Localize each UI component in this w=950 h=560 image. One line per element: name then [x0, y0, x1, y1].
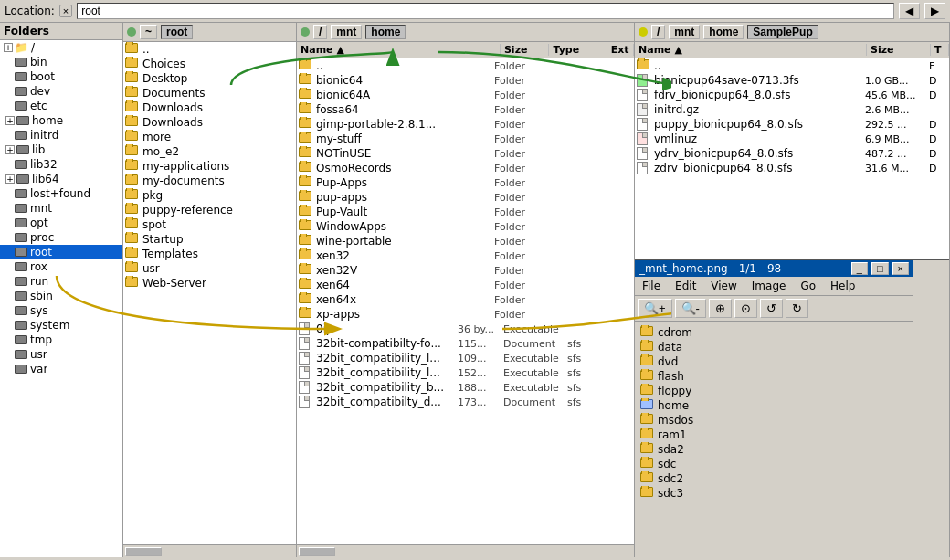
list-item[interactable]: .. F [635, 58, 949, 73]
scroll-thumb[interactable] [299, 547, 335, 556]
breadcrumb-mnt2[interactable]: mnt [669, 25, 700, 39]
tree-item-etc[interactable]: etc [0, 99, 122, 113]
tree-item-bin[interactable]: bin [0, 55, 122, 69]
list-item-xen64x[interactable]: xen64x Folder [297, 292, 634, 307]
breadcrumb-slash2[interactable]: / [651, 25, 665, 39]
rotate-right-btn[interactable]: ↻ [786, 299, 808, 318]
list-item-32bit2[interactable]: 32bit_compatibility_l... 109... Executab… [297, 351, 634, 365]
nav-forward-button[interactable]: ▶ [924, 3, 945, 19]
list-item-xen64[interactable]: xen64 Folder [297, 278, 634, 292]
col-ext[interactable]: Ext [607, 44, 634, 56]
breadcrumb-home2[interactable]: home [703, 25, 744, 39]
list-item-myapps[interactable]: my-applications [123, 159, 296, 174]
list-item-sdc2[interactable]: sdc2 [639, 471, 910, 486]
rotate-left-btn[interactable]: ↺ [760, 299, 783, 318]
tree-item-initrd[interactable]: initrd [0, 128, 122, 143]
expand-icon[interactable]: + [5, 174, 15, 184]
tree-item-proc[interactable]: proc [0, 230, 122, 245]
list-item-usr[interactable]: usr [123, 261, 296, 276]
col-type-r[interactable]: T [931, 44, 949, 56]
menu-view[interactable]: View [703, 279, 744, 293]
list-item-pupapps[interactable]: Pup-Apps Folder [297, 175, 634, 190]
right-file-list[interactable]: .. F bionicpup64save-0713.3fs 1.0 GB... … [635, 58, 949, 259]
zoom-out-btn[interactable]: 🔍- [675, 299, 706, 318]
list-item-xen32[interactable]: xen32 Folder [297, 248, 634, 263]
list-item-wine[interactable]: wine-portable Folder [297, 234, 634, 248]
list-item-cdrom[interactable]: cdrom [639, 325, 910, 340]
list-item-windowapps[interactable]: WindowApps Folder [297, 219, 634, 234]
list-item-ram1[interactable]: ram1 [639, 428, 910, 442]
h-scrollbar-mid[interactable] [123, 544, 296, 557]
list-item-desktop[interactable]: Desktop [123, 71, 296, 86]
tree-item-run[interactable]: run [0, 274, 122, 289]
col-size-r[interactable]: Size [867, 44, 931, 56]
tree-item-home[interactable]: + home [0, 113, 122, 128]
menu-go[interactable]: Go [793, 279, 823, 293]
tree-item-system[interactable]: system [0, 318, 122, 333]
menu-edit[interactable]: Edit [668, 279, 703, 293]
breadcrumb-root[interactable]: root [161, 25, 193, 39]
list-item-32bit3[interactable]: 32bit_compatibility_l... 152... Executab… [297, 365, 634, 380]
list-item-downloads[interactable]: Downloads [123, 100, 296, 115]
tree-item-usr[interactable]: usr [0, 347, 122, 362]
root-file-list[interactable]: .. Choices Desktop Documents Downloads D… [123, 42, 296, 544]
list-item-initrd[interactable]: initrd.gz 2.6 MB... [635, 102, 949, 117]
maximize-btn[interactable]: □ [871, 262, 889, 275]
expand-icon[interactable]: + [4, 43, 13, 52]
h-scrollbar-main[interactable] [297, 544, 634, 557]
list-item-ydrv[interactable]: ydrv_bionicpup64_8.0.sfs 487.2 ... D [635, 146, 949, 161]
list-item-puppy-sfs[interactable]: puppy_bionicpup64_8.0.sfs 292.5 ... D [635, 117, 949, 132]
list-item[interactable]: .. Folder [297, 58, 634, 73]
zoom-fit-btn[interactable]: ⊕ [709, 299, 732, 318]
main-file-list[interactable]: .. Folder bionic64 Folder bionic64A Fold… [297, 58, 634, 544]
list-item-save[interactable]: bionicpup64save-0713.3fs 1.0 GB... D [635, 73, 949, 88]
breadcrumb-tilde[interactable]: ~ [140, 25, 157, 39]
nav-back-button[interactable]: ◀ [899, 3, 920, 19]
col-type[interactable]: Type [549, 44, 607, 56]
list-item-xen32v[interactable]: xen32V Folder [297, 263, 634, 278]
list-item-vmlinuz[interactable]: vmlinuz 6.9 MB... D [635, 132, 949, 146]
list-item-gimp[interactable]: gimp-portable-2.8.1... Folder [297, 117, 634, 132]
tree-item-lib[interactable]: + lib [0, 143, 122, 157]
list-item-moe2[interactable]: mo_e2 [123, 144, 296, 159]
tree-item-root[interactable]: + 📁 / [0, 40, 122, 55]
tree-item-mnt[interactable]: mnt [0, 201, 122, 216]
list-item-32bit4[interactable]: 32bit_compatibility_b... 188... Executab… [297, 380, 634, 395]
list-item-puppyref[interactable]: puppy-reference [123, 203, 296, 217]
list-item-mystuff[interactable]: my-stuff Folder [297, 132, 634, 146]
list-item-pupapps2[interactable]: pup-apps Folder [297, 190, 634, 205]
list-item-notinuse[interactable]: NOTinUSE Folder [297, 146, 634, 161]
menu-file[interactable]: File [635, 279, 668, 293]
list-item-more[interactable]: more [123, 130, 296, 144]
list-item-templates[interactable]: Templates [123, 247, 296, 261]
tree-item-lib32[interactable]: lib32 [0, 157, 122, 172]
list-item-bionic64[interactable]: bionic64 Folder [297, 73, 634, 88]
breadcrumb-mnt[interactable]: mnt [331, 25, 362, 39]
breadcrumb-slash[interactable]: / [313, 25, 327, 39]
list-item-msdos[interactable]: msdos [639, 413, 910, 428]
list-item-mydocs[interactable]: my-documents [123, 174, 296, 188]
tree-item-boot[interactable]: boot [0, 69, 122, 84]
tree-item-lost[interactable]: lost+found [0, 186, 122, 201]
list-item-sdc[interactable]: sdc [639, 457, 910, 471]
list-item-0ip[interactable]: 0ip 36 by... Executable [297, 322, 634, 336]
scroll-thumb[interactable] [125, 547, 162, 556]
tree-item-dev[interactable]: dev [0, 84, 122, 99]
list-item-downloads2[interactable]: Downloads [123, 115, 296, 130]
tree-item-rox[interactable]: rox [0, 259, 122, 274]
tree-item-lib64[interactable]: + lib64 [0, 172, 122, 186]
list-item-choices[interactable]: Choices [123, 57, 296, 71]
list-item[interactable]: .. [123, 42, 296, 57]
zoom-in-btn[interactable]: 🔍+ [638, 299, 672, 318]
list-item-pkg[interactable]: pkg [123, 188, 296, 203]
list-item-sdc3[interactable]: sdc3 [639, 486, 910, 501]
list-item-home-mnt[interactable]: home [639, 398, 910, 413]
menu-image[interactable]: Image [744, 279, 794, 293]
expand-icon[interactable]: + [5, 145, 15, 154]
zoom-actual-btn[interactable]: ⊙ [734, 299, 757, 318]
list-item-dvd[interactable]: dvd [639, 354, 910, 369]
tree-item-var[interactable]: var [0, 362, 122, 376]
list-item-documents[interactable]: Documents [123, 86, 296, 100]
breadcrumb-home[interactable]: home [365, 25, 406, 39]
expand-icon[interactable]: + [5, 116, 15, 125]
